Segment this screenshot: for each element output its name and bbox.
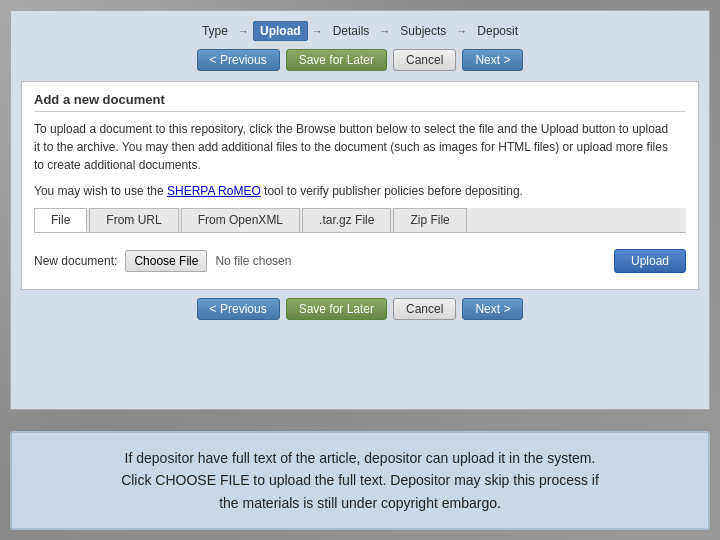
panel-title: Add a new document — [34, 92, 686, 112]
desc-line2: it to the archive. You may then add addi… — [34, 140, 668, 154]
upload-label: New document: — [34, 254, 117, 268]
cancel-button-bottom[interactable]: Cancel — [393, 298, 456, 320]
step-bar: Type → Upload → Details → Subjects → Dep… — [21, 21, 699, 41]
arrow-3: → — [379, 25, 390, 37]
tab-targz[interactable]: .tar.gz File — [302, 208, 391, 232]
cancel-button-top[interactable]: Cancel — [393, 49, 456, 71]
previous-button-top[interactable]: < Previous — [197, 49, 280, 71]
tab-file[interactable]: File — [34, 208, 87, 232]
tab-from-url[interactable]: From URL — [89, 208, 178, 232]
upload-button[interactable]: Upload — [614, 249, 686, 273]
arrow-4: → — [456, 25, 467, 37]
upload-row: New document: Choose File No file chosen… — [34, 243, 686, 279]
step-upload: Upload — [253, 21, 308, 41]
info-box: If depositor have full text of the artic… — [10, 431, 710, 530]
step-subjects: Subjects — [394, 22, 452, 40]
arrow-1: → — [238, 25, 249, 37]
choose-file-button[interactable]: Choose File — [125, 250, 207, 272]
step-deposit: Deposit — [471, 22, 524, 40]
desc-line1: To upload a document to this repository,… — [34, 122, 668, 136]
sherpa-suffix: tool to verify publisher policies before… — [261, 184, 523, 198]
top-button-bar: < Previous Save for Later Cancel Next > — [21, 49, 699, 71]
tab-from-openxml[interactable]: From OpenXML — [181, 208, 300, 232]
info-line3: the materials is still under copyright e… — [219, 495, 501, 511]
step-details: Details — [327, 22, 376, 40]
panel-description: To upload a document to this repository,… — [34, 120, 686, 174]
info-line1: If depositor have full text of the artic… — [125, 450, 596, 466]
save-later-button-bottom[interactable]: Save for Later — [286, 298, 387, 320]
save-later-button-top[interactable]: Save for Later — [286, 49, 387, 71]
tab-zip[interactable]: Zip File — [393, 208, 466, 232]
desc-line3: to create additional documents. — [34, 158, 201, 172]
sherpa-prefix: You may wish to use the — [34, 184, 167, 198]
no-file-text: No file chosen — [215, 254, 606, 268]
next-button-top[interactable]: Next > — [462, 49, 523, 71]
step-type: Type — [196, 22, 234, 40]
content-panel: Add a new document To upload a document … — [21, 81, 699, 290]
info-line2: Click CHOOSE FILE to upload the full tex… — [121, 472, 599, 488]
previous-button-bottom[interactable]: < Previous — [197, 298, 280, 320]
arrow-2: → — [312, 25, 323, 37]
sherpa-text-block: You may wish to use the SHERPA RoMEO too… — [34, 182, 686, 200]
file-tabs: File From URL From OpenXML .tar.gz File … — [34, 208, 686, 233]
bottom-button-bar: < Previous Save for Later Cancel Next > — [21, 298, 699, 320]
next-button-bottom[interactable]: Next > — [462, 298, 523, 320]
sherpa-link[interactable]: SHERPA RoMEO — [167, 184, 261, 198]
main-container: Type → Upload → Details → Subjects → Dep… — [10, 10, 710, 410]
